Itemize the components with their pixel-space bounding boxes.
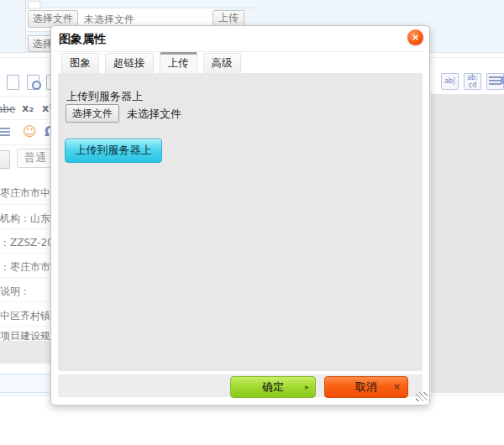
cancel-x-icon: ×	[393, 377, 401, 397]
upload-tab-panel: 上传到服务器上 选择文件 未选择文件 上传到服务器上	[58, 73, 423, 371]
row-separator	[0, 228, 52, 229]
toolbar-separator	[0, 96, 52, 97]
ok-button[interactable]: 确定 ▸	[230, 376, 316, 398]
cancel-label: 取消	[355, 380, 377, 393]
strikethrough-icon[interactable]: abe	[0, 103, 15, 115]
header-separator	[55, 51, 424, 52]
tiny-input[interactable]	[28, 1, 40, 9]
upload-to-server-button[interactable]: 上传到服务器上	[65, 139, 162, 163]
row-separator	[0, 253, 52, 254]
doc-text-line: 机构：山东	[0, 212, 52, 226]
toolbar-button-partial[interactable]	[0, 150, 10, 169]
dialog-tabs: 图象 超链接 上传 高级	[61, 57, 247, 73]
subscript-icon[interactable]: x₂	[22, 102, 34, 114]
textarea-glyph-bottom: cd	[469, 81, 476, 89]
upload-section-label: 上传到服务器上	[66, 89, 143, 104]
close-icon[interactable]: ×	[407, 29, 423, 45]
toolbar-icon-partial[interactable]	[501, 76, 504, 84]
toolbar-separator	[0, 119, 52, 120]
right-gray-panel	[431, 94, 504, 393]
toolbar-separator	[0, 144, 52, 145]
file-status-text: 未选择文件	[127, 107, 181, 122]
gray-row	[0, 341, 52, 364]
doc-text-line: ：ZZSZ-201	[0, 236, 52, 250]
image-properties-dialog: 图象属性 × 图象 超链接 上传 高级 上传到服务器上 选择文件 未选择文件 上…	[50, 25, 430, 406]
resize-grip[interactable]	[416, 392, 428, 401]
column-border	[25, 0, 26, 52]
textarea-icon[interactable]: ab: cd	[464, 73, 481, 90]
selectbox-lines	[489, 76, 501, 86]
doc-text-line: 说明：	[0, 285, 52, 299]
smiley-icon[interactable]: ☺	[23, 125, 37, 139]
dialog-title: 图象属性	[59, 32, 106, 47]
cancel-button[interactable]: 取消 ×	[324, 376, 408, 398]
tab-upload[interactable]: 上传	[160, 52, 197, 73]
tab-link[interactable]: 超链接	[105, 53, 154, 73]
ok-label: 确定	[262, 380, 284, 393]
dialog-footer: 确定 ▸ 取消 ×	[58, 374, 423, 397]
paragraph-list-icon[interactable]	[0, 128, 10, 137]
choose-file-button[interactable]: 选择文件	[66, 104, 119, 123]
bg-upload-button[interactable]: 上传	[213, 10, 244, 26]
row-separator	[0, 277, 52, 278]
textfield-icon[interactable]: ab|	[441, 73, 459, 90]
row-separator	[0, 204, 52, 205]
row-separator	[0, 301, 52, 302]
doc-text-line: 中区齐村镇	[0, 309, 52, 323]
textarea-glyph-top: ab:	[467, 74, 478, 81]
magnifier-icon	[32, 81, 41, 90]
tab-advanced[interactable]: 高级	[203, 53, 241, 73]
page: 选择文件 未选择文件 上传 选择文件 abe x₂ x² ☺ Ω 普通 枣庄市市…	[0, 0, 504, 445]
row-border	[25, 8, 260, 8]
new-page-icon[interactable]	[7, 75, 19, 90]
doc-text-line: ：枣庄市市	[0, 260, 52, 275]
row-separator	[0, 326, 52, 327]
tab-image[interactable]: 图象	[61, 53, 99, 73]
highlight-row	[0, 374, 52, 393]
doc-text-line: 枣庄市市中	[0, 186, 52, 201]
ok-arrow-icon: ▸	[305, 377, 309, 397]
